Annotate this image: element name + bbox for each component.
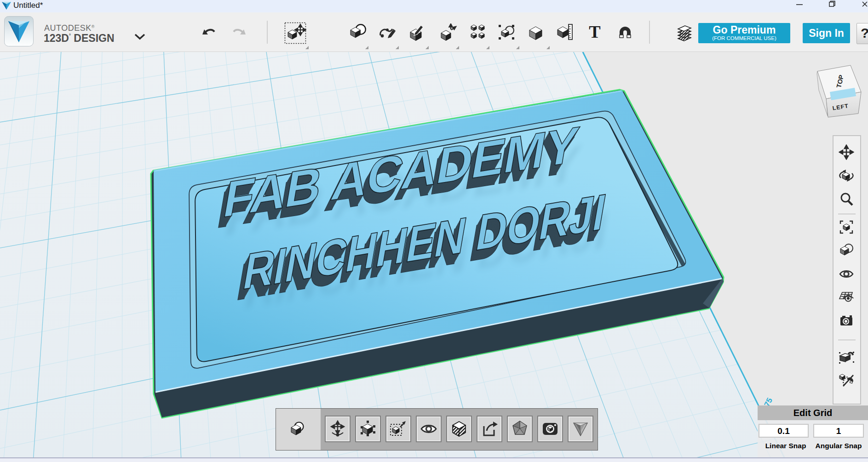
svg-text:T: T [589, 23, 600, 41]
